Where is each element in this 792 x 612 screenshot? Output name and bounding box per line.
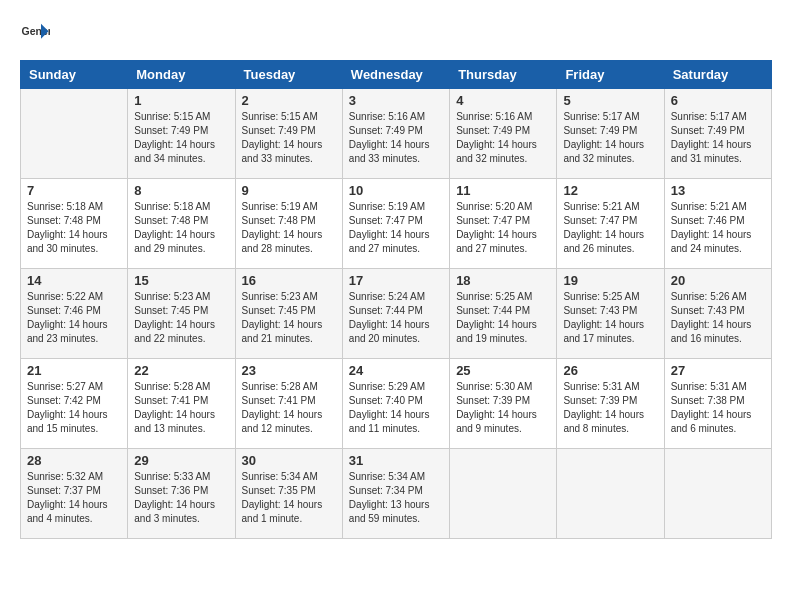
calendar-header-sunday: Sunday xyxy=(21,61,128,89)
day-number: 17 xyxy=(349,273,443,288)
calendar-cell: 31Sunrise: 5:34 AMSunset: 7:34 PMDayligh… xyxy=(342,449,449,539)
day-info: Sunrise: 5:17 AMSunset: 7:49 PMDaylight:… xyxy=(671,110,765,166)
day-number: 23 xyxy=(242,363,336,378)
day-number: 24 xyxy=(349,363,443,378)
calendar-cell: 12Sunrise: 5:21 AMSunset: 7:47 PMDayligh… xyxy=(557,179,664,269)
day-number: 7 xyxy=(27,183,121,198)
day-info: Sunrise: 5:18 AMSunset: 7:48 PMDaylight:… xyxy=(27,200,121,256)
calendar-week-row: 21Sunrise: 5:27 AMSunset: 7:42 PMDayligh… xyxy=(21,359,772,449)
day-number: 1 xyxy=(134,93,228,108)
day-number: 14 xyxy=(27,273,121,288)
calendar-header-monday: Monday xyxy=(128,61,235,89)
day-info: Sunrise: 5:19 AMSunset: 7:48 PMDaylight:… xyxy=(242,200,336,256)
day-info: Sunrise: 5:30 AMSunset: 7:39 PMDaylight:… xyxy=(456,380,550,436)
day-info: Sunrise: 5:22 AMSunset: 7:46 PMDaylight:… xyxy=(27,290,121,346)
calendar-cell: 17Sunrise: 5:24 AMSunset: 7:44 PMDayligh… xyxy=(342,269,449,359)
day-number: 12 xyxy=(563,183,657,198)
day-info: Sunrise: 5:28 AMSunset: 7:41 PMDaylight:… xyxy=(134,380,228,436)
calendar-cell xyxy=(450,449,557,539)
calendar-cell xyxy=(21,89,128,179)
day-info: Sunrise: 5:27 AMSunset: 7:42 PMDaylight:… xyxy=(27,380,121,436)
calendar-cell: 7Sunrise: 5:18 AMSunset: 7:48 PMDaylight… xyxy=(21,179,128,269)
calendar-cell: 4Sunrise: 5:16 AMSunset: 7:49 PMDaylight… xyxy=(450,89,557,179)
day-info: Sunrise: 5:17 AMSunset: 7:49 PMDaylight:… xyxy=(563,110,657,166)
calendar-cell: 11Sunrise: 5:20 AMSunset: 7:47 PMDayligh… xyxy=(450,179,557,269)
day-number: 3 xyxy=(349,93,443,108)
calendar-cell: 18Sunrise: 5:25 AMSunset: 7:44 PMDayligh… xyxy=(450,269,557,359)
calendar-cell: 16Sunrise: 5:23 AMSunset: 7:45 PMDayligh… xyxy=(235,269,342,359)
day-info: Sunrise: 5:18 AMSunset: 7:48 PMDaylight:… xyxy=(134,200,228,256)
day-number: 25 xyxy=(456,363,550,378)
day-number: 5 xyxy=(563,93,657,108)
calendar-cell: 14Sunrise: 5:22 AMSunset: 7:46 PMDayligh… xyxy=(21,269,128,359)
day-number: 29 xyxy=(134,453,228,468)
day-number: 20 xyxy=(671,273,765,288)
day-number: 18 xyxy=(456,273,550,288)
calendar-cell: 8Sunrise: 5:18 AMSunset: 7:48 PMDaylight… xyxy=(128,179,235,269)
day-info: Sunrise: 5:33 AMSunset: 7:36 PMDaylight:… xyxy=(134,470,228,526)
day-info: Sunrise: 5:25 AMSunset: 7:44 PMDaylight:… xyxy=(456,290,550,346)
calendar-header-tuesday: Tuesday xyxy=(235,61,342,89)
calendar-cell: 30Sunrise: 5:34 AMSunset: 7:35 PMDayligh… xyxy=(235,449,342,539)
day-number: 26 xyxy=(563,363,657,378)
day-info: Sunrise: 5:31 AMSunset: 7:39 PMDaylight:… xyxy=(563,380,657,436)
calendar-cell: 26Sunrise: 5:31 AMSunset: 7:39 PMDayligh… xyxy=(557,359,664,449)
day-number: 8 xyxy=(134,183,228,198)
day-info: Sunrise: 5:34 AMSunset: 7:35 PMDaylight:… xyxy=(242,470,336,526)
day-info: Sunrise: 5:29 AMSunset: 7:40 PMDaylight:… xyxy=(349,380,443,436)
calendar-cell xyxy=(664,449,771,539)
day-info: Sunrise: 5:16 AMSunset: 7:49 PMDaylight:… xyxy=(349,110,443,166)
calendar-cell: 27Sunrise: 5:31 AMSunset: 7:38 PMDayligh… xyxy=(664,359,771,449)
calendar-cell: 10Sunrise: 5:19 AMSunset: 7:47 PMDayligh… xyxy=(342,179,449,269)
calendar-cell: 23Sunrise: 5:28 AMSunset: 7:41 PMDayligh… xyxy=(235,359,342,449)
calendar-cell: 19Sunrise: 5:25 AMSunset: 7:43 PMDayligh… xyxy=(557,269,664,359)
calendar-header-row: SundayMondayTuesdayWednesdayThursdayFrid… xyxy=(21,61,772,89)
calendar-header-thursday: Thursday xyxy=(450,61,557,89)
calendar-cell: 13Sunrise: 5:21 AMSunset: 7:46 PMDayligh… xyxy=(664,179,771,269)
day-info: Sunrise: 5:23 AMSunset: 7:45 PMDaylight:… xyxy=(134,290,228,346)
calendar-cell: 6Sunrise: 5:17 AMSunset: 7:49 PMDaylight… xyxy=(664,89,771,179)
day-number: 9 xyxy=(242,183,336,198)
day-number: 6 xyxy=(671,93,765,108)
day-info: Sunrise: 5:15 AMSunset: 7:49 PMDaylight:… xyxy=(242,110,336,166)
day-info: Sunrise: 5:25 AMSunset: 7:43 PMDaylight:… xyxy=(563,290,657,346)
day-number: 22 xyxy=(134,363,228,378)
day-info: Sunrise: 5:21 AMSunset: 7:47 PMDaylight:… xyxy=(563,200,657,256)
calendar-cell: 22Sunrise: 5:28 AMSunset: 7:41 PMDayligh… xyxy=(128,359,235,449)
day-info: Sunrise: 5:34 AMSunset: 7:34 PMDaylight:… xyxy=(349,470,443,526)
day-number: 16 xyxy=(242,273,336,288)
day-number: 30 xyxy=(242,453,336,468)
calendar-week-row: 28Sunrise: 5:32 AMSunset: 7:37 PMDayligh… xyxy=(21,449,772,539)
calendar-header-wednesday: Wednesday xyxy=(342,61,449,89)
day-info: Sunrise: 5:15 AMSunset: 7:49 PMDaylight:… xyxy=(134,110,228,166)
day-info: Sunrise: 5:20 AMSunset: 7:47 PMDaylight:… xyxy=(456,200,550,256)
day-info: Sunrise: 5:28 AMSunset: 7:41 PMDaylight:… xyxy=(242,380,336,436)
calendar-table: SundayMondayTuesdayWednesdayThursdayFrid… xyxy=(20,60,772,539)
calendar-header-saturday: Saturday xyxy=(664,61,771,89)
day-number: 10 xyxy=(349,183,443,198)
day-info: Sunrise: 5:23 AMSunset: 7:45 PMDaylight:… xyxy=(242,290,336,346)
day-number: 2 xyxy=(242,93,336,108)
day-number: 15 xyxy=(134,273,228,288)
day-info: Sunrise: 5:19 AMSunset: 7:47 PMDaylight:… xyxy=(349,200,443,256)
day-info: Sunrise: 5:16 AMSunset: 7:49 PMDaylight:… xyxy=(456,110,550,166)
day-info: Sunrise: 5:21 AMSunset: 7:46 PMDaylight:… xyxy=(671,200,765,256)
day-number: 28 xyxy=(27,453,121,468)
page-header: General xyxy=(20,20,772,50)
calendar-cell: 15Sunrise: 5:23 AMSunset: 7:45 PMDayligh… xyxy=(128,269,235,359)
day-info: Sunrise: 5:32 AMSunset: 7:37 PMDaylight:… xyxy=(27,470,121,526)
day-number: 11 xyxy=(456,183,550,198)
calendar-cell: 29Sunrise: 5:33 AMSunset: 7:36 PMDayligh… xyxy=(128,449,235,539)
logo: General xyxy=(20,20,54,50)
day-info: Sunrise: 5:31 AMSunset: 7:38 PMDaylight:… xyxy=(671,380,765,436)
calendar-cell: 20Sunrise: 5:26 AMSunset: 7:43 PMDayligh… xyxy=(664,269,771,359)
day-info: Sunrise: 5:26 AMSunset: 7:43 PMDaylight:… xyxy=(671,290,765,346)
day-number: 4 xyxy=(456,93,550,108)
calendar-week-row: 1Sunrise: 5:15 AMSunset: 7:49 PMDaylight… xyxy=(21,89,772,179)
day-info: Sunrise: 5:24 AMSunset: 7:44 PMDaylight:… xyxy=(349,290,443,346)
calendar-cell: 3Sunrise: 5:16 AMSunset: 7:49 PMDaylight… xyxy=(342,89,449,179)
day-number: 31 xyxy=(349,453,443,468)
calendar-cell: 21Sunrise: 5:27 AMSunset: 7:42 PMDayligh… xyxy=(21,359,128,449)
calendar-week-row: 14Sunrise: 5:22 AMSunset: 7:46 PMDayligh… xyxy=(21,269,772,359)
day-number: 21 xyxy=(27,363,121,378)
